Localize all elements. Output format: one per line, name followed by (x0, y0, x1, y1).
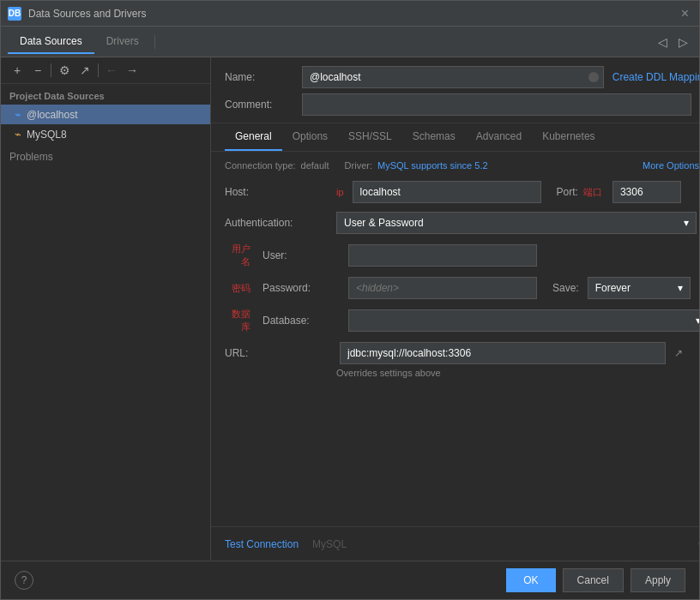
save-field-label: Save: (552, 282, 579, 294)
bottom-bar: ? OK Cancel Apply (1, 561, 699, 599)
nav-forward-button[interactable]: ▷ (673, 33, 692, 51)
auth-select[interactable]: User & Password ▾ (336, 212, 697, 234)
apply-button[interactable]: Apply (631, 568, 685, 592)
main-content: + − ⚙ ↗ ← → Project Data Sources ⌁ @loca… (1, 57, 699, 561)
datasource-item-localhost[interactable]: ⌁ @localhost (1, 105, 210, 124)
password-field-label: Password: (262, 282, 340, 294)
help-button[interactable]: ? (15, 571, 33, 590)
export-button[interactable]: ↗ (75, 61, 94, 80)
name-input[interactable] (302, 66, 604, 88)
left-panel: + − ⚙ ↗ ← → Project Data Sources ⌁ @loca… (1, 57, 211, 561)
window-title: Data Sources and Drivers (28, 8, 678, 20)
db-select-chevron: ▾ (696, 315, 699, 327)
url-row: URL: ↗ (225, 342, 699, 364)
user-row: 用户名 User: (225, 243, 699, 268)
save-select[interactable]: Forever ▾ (588, 277, 691, 299)
title-bar: DB Data Sources and Drivers × (1, 1, 699, 27)
cancel-button[interactable]: Cancel (563, 568, 624, 592)
auth-row: Authentication: User & Password ▾ (225, 212, 699, 234)
password-input[interactable] (348, 277, 537, 299)
driver-value[interactable]: MySQL supports since 5.2 (377, 160, 488, 171)
name-row: Name: Create DDL Mapping (225, 66, 699, 88)
connection-info-row: Connection type: default Driver: MySQL s… (225, 160, 699, 171)
tab-drivers[interactable]: Drivers (94, 30, 151, 54)
annotation-port: 端口 (583, 186, 602, 199)
annotation-username: 用户名 (225, 243, 250, 268)
save-select-chevron: ▾ (678, 282, 683, 294)
database-select[interactable]: ▾ (348, 309, 699, 332)
tab-general[interactable]: General (225, 123, 282, 151)
problems-section: Problems (1, 144, 210, 170)
datasource-icon-mysql8: ⌁ (15, 128, 21, 141)
bottom-left: ? (15, 571, 33, 590)
settings-button[interactable]: ⚙ (55, 61, 74, 80)
add-datasource-button[interactable]: + (8, 61, 27, 80)
mysql-label: MySQL (312, 538, 347, 550)
datasource-icon-localhost: ⌁ (15, 108, 21, 121)
user-field-label: User: (262, 249, 340, 261)
tab-schemas[interactable]: Schemas (402, 123, 466, 151)
host-input[interactable] (353, 181, 541, 203)
host-field-label: Host: (225, 186, 328, 198)
url-expand-button[interactable]: ↗ (674, 347, 683, 359)
tab-separator (154, 35, 155, 49)
datasource-item-mysql8[interactable]: ⌁ MySQL8 (1, 124, 210, 144)
form-area: Connection type: default Driver: MySQL s… (211, 152, 699, 526)
tab-data-sources[interactable]: Data Sources (8, 30, 94, 54)
url-field-label: URL: (225, 347, 331, 359)
more-options-button[interactable]: More Options (643, 160, 699, 171)
host-row: Host: ip Port: 端口 (225, 181, 699, 203)
database-field-label: Database: (262, 315, 340, 327)
annotation-database: 数据库 (225, 308, 250, 333)
name-input-wrapper (302, 66, 604, 88)
connection-type-label: Connection type: (225, 160, 296, 171)
back-button[interactable]: ← (102, 61, 121, 80)
refresh-button[interactable]: ↺ (697, 536, 699, 552)
test-connection-button[interactable]: Test Connection (225, 538, 299, 550)
tab-options[interactable]: Options (282, 123, 338, 151)
forward-button[interactable]: → (123, 61, 142, 80)
app-icon: DB (8, 7, 21, 21)
comment-row: Comment: ↗ (225, 93, 699, 116)
port-input[interactable] (612, 181, 681, 203)
left-toolbar: + − ⚙ ↗ ← → (1, 57, 210, 84)
port-field-label: Port: (557, 186, 578, 198)
comment-field-label: Comment: (225, 99, 293, 111)
auth-field-label: Authentication: (225, 217, 328, 229)
main-window: DB Data Sources and Drivers × Data Sourc… (0, 0, 700, 600)
create-ddl-link[interactable]: Create DDL Mapping (612, 71, 699, 83)
close-button[interactable]: × (678, 6, 692, 21)
bottom-right: OK Cancel Apply (506, 568, 685, 592)
comment-input[interactable] (302, 93, 691, 116)
main-tab-bar: Data Sources Drivers ◁ ▷ (1, 27, 699, 57)
name-input-indicator (588, 72, 599, 82)
driver-label: Driver: (345, 160, 372, 171)
datasource-label-mysql8: MySQL8 (27, 129, 67, 141)
annotation-password: 密码 (225, 282, 250, 295)
problems-label: Problems (9, 151, 53, 163)
right-panel: Name: Create DDL Mapping Comment: ↗ Gene… (211, 57, 699, 561)
inner-tab-bar: General Options SSH/SSL Schemas Advanced… (211, 123, 699, 152)
url-input[interactable] (340, 342, 666, 364)
datasource-label-localhost: @localhost (27, 109, 78, 121)
toolbar-separator (51, 63, 51, 77)
tab-advanced[interactable]: Advanced (466, 123, 532, 151)
nav-back-button[interactable]: ◁ (653, 33, 672, 51)
annotation-ip: ip (336, 187, 344, 197)
user-input[interactable] (348, 244, 537, 267)
name-field-label: Name: (225, 71, 293, 83)
tab-kubernetes[interactable]: Kubernetes (532, 123, 605, 151)
remove-datasource-button[interactable]: − (28, 61, 47, 80)
toolbar-separator-2 (98, 63, 99, 77)
project-data-sources-label: Project Data Sources (1, 84, 210, 105)
ok-button[interactable]: OK (506, 568, 555, 592)
password-row: 密码 Password: Save: Forever ▾ (225, 277, 699, 299)
connection-type-value: default (301, 160, 329, 171)
database-row: 数据库 Database: ▾ (225, 308, 699, 333)
right-footer: Test Connection MySQL ↺ (211, 526, 699, 561)
right-header: Name: Create DDL Mapping Comment: ↗ (211, 57, 699, 123)
tab-ssh-ssl[interactable]: SSH/SSL (338, 123, 402, 151)
auth-select-chevron: ▾ (684, 217, 689, 229)
overrides-text: Overrides settings above (336, 368, 699, 378)
